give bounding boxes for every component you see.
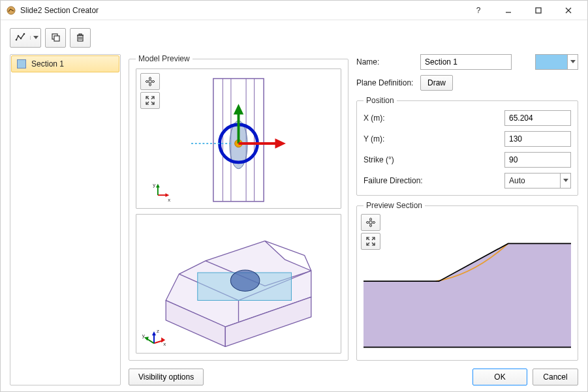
cancel-button[interactable]: Cancel	[533, 369, 578, 385]
chevron-down-icon	[560, 173, 570, 188]
pan-button[interactable]	[140, 73, 160, 90]
svg-text:x: x	[168, 197, 170, 203]
expand-icon	[145, 95, 155, 106]
svg-text:z: z	[157, 328, 159, 334]
polyline-icon	[15, 32, 25, 44]
x-label: X (m):	[364, 113, 501, 123]
delete-section-button[interactable]	[70, 28, 91, 48]
failure-direction-value: Auto	[505, 173, 560, 188]
copy-icon	[50, 32, 61, 44]
name-input[interactable]	[420, 54, 512, 70]
preview-section-legend: Preview Section	[364, 201, 425, 210]
position-legend: Position	[364, 96, 397, 105]
svg-point-7	[20, 37, 22, 39]
window: Slide2 Section Creator ?	[0, 0, 588, 392]
add-section-button[interactable]	[10, 28, 41, 48]
titlebar: Slide2 Section Creator ?	[1, 1, 587, 20]
fit-button[interactable]	[140, 92, 160, 109]
maximize-button[interactable]	[523, 1, 553, 20]
y-input[interactable]	[504, 131, 571, 147]
svg-point-6	[18, 35, 20, 37]
copy-section-button[interactable]	[45, 28, 66, 48]
chevron-down-icon	[567, 55, 578, 69]
minimize-button[interactable]	[493, 1, 523, 20]
failure-direction-label: Failure Direction:	[364, 176, 501, 185]
section-list-item[interactable]: Section 1	[11, 55, 119, 72]
model-preview-top[interactable]: x y	[136, 68, 341, 209]
fit-button[interactable]	[361, 233, 380, 250]
section-list[interactable]: Section 1	[10, 54, 121, 385]
svg-point-0	[7, 7, 15, 14]
move-icon	[145, 76, 155, 87]
x-input[interactable]	[504, 110, 571, 126]
move-icon	[365, 217, 376, 228]
properties-panel: Name: Plane Definition: Draw Posit	[356, 54, 578, 361]
toolbar	[10, 27, 578, 49]
section-item-label: Section 1	[31, 59, 64, 68]
dialog-footer: Visibility options OK Cancel	[129, 369, 578, 385]
failure-direction-select[interactable]: Auto	[504, 173, 571, 188]
draw-button[interactable]: Draw	[420, 75, 453, 91]
svg-rect-13	[79, 34, 82, 35]
color-swatch	[536, 55, 567, 69]
y-label: Y (m):	[364, 134, 501, 143]
color-picker[interactable]	[535, 54, 578, 70]
plane-definition-label: Plane Definition:	[356, 78, 416, 87]
svg-point-40	[230, 270, 260, 291]
svg-rect-2	[536, 8, 541, 13]
close-button[interactable]	[553, 1, 583, 20]
ok-button[interactable]: OK	[472, 369, 527, 385]
svg-point-5	[16, 38, 18, 40]
chevron-down-icon	[30, 36, 40, 40]
position-group: Position X (m): Y (m): Strike (°) Fa	[356, 96, 578, 196]
window-title: Slide2 Section Creator	[20, 6, 99, 15]
svg-text:x: x	[163, 341, 166, 347]
visibility-options-button[interactable]: Visibility options	[129, 369, 204, 385]
strike-label: Strike (°)	[364, 155, 501, 164]
preview-section-canvas[interactable]	[364, 215, 571, 354]
svg-point-8	[23, 33, 25, 35]
preview-section-group: Preview Section	[356, 201, 578, 361]
model-preview-legend: Model Preview	[136, 54, 193, 63]
svg-rect-10	[54, 36, 59, 41]
pan-button[interactable]	[361, 214, 380, 231]
expand-icon	[365, 236, 376, 247]
model-preview-group: Model Preview	[129, 54, 348, 361]
svg-text:y: y	[153, 182, 155, 188]
section-swatch-icon	[17, 59, 26, 68]
strike-input[interactable]	[504, 152, 571, 168]
app-icon	[6, 5, 16, 16]
name-label: Name:	[356, 57, 416, 67]
trash-icon	[75, 32, 85, 44]
model-preview-3d[interactable]: x y z	[136, 214, 341, 354]
help-button[interactable]: ?	[463, 1, 493, 20]
